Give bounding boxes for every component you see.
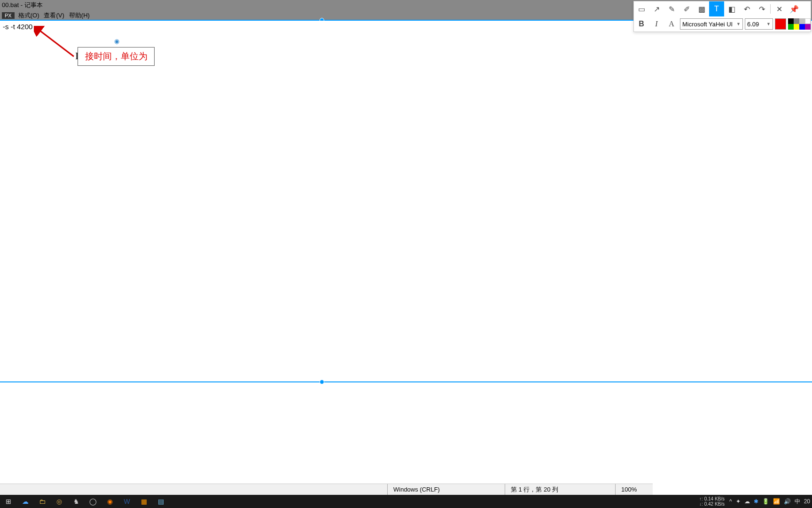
clock[interactable]: 20 xyxy=(802,498,812,505)
selection-bottom-line xyxy=(0,381,812,382)
px-badge: PX xyxy=(2,12,15,19)
file-explorer-icon[interactable]: 🗀 xyxy=(34,495,51,508)
system-tray: ^ ✦ ☁ ✱ 🔋 📶 🔊 中 20 xyxy=(727,498,812,506)
eraser-tool-icon[interactable]: ◧ xyxy=(724,1,739,16)
tray-app1-icon[interactable]: ✦ xyxy=(734,498,742,505)
rectangle-tool-icon[interactable]: ▭ xyxy=(634,1,649,16)
onedrive-icon[interactable]: ☁ xyxy=(17,495,34,508)
wifi-icon[interactable]: 📶 xyxy=(771,498,782,505)
editor-area[interactable]: -s -t 4200 xyxy=(0,21,812,494)
arrow-annotation xyxy=(34,26,81,59)
color-black[interactable] xyxy=(788,18,794,24)
toolbar-row-format: B I A Microsoft YaHei UI ▼ 6.09 ▼ xyxy=(634,16,811,32)
battery-icon[interactable]: 🔋 xyxy=(760,498,771,505)
marker-tool-icon[interactable]: ✐ xyxy=(679,1,694,16)
chevron-down-icon: ▼ xyxy=(766,22,771,26)
close-icon[interactable]: ✕ xyxy=(772,1,787,16)
color-gray[interactable] xyxy=(794,18,799,24)
undo-icon[interactable]: ↶ xyxy=(739,1,754,16)
ime-indicator[interactable]: 中 xyxy=(793,498,802,506)
chrome-icon[interactable]: ◯ xyxy=(85,495,102,508)
tray-chevron-icon[interactable]: ^ xyxy=(727,498,734,505)
screenshot-toolbar: ▭ ↗ ✎ ✐ ▩ T ◧ ↶ ↷ ✕ 📌 B I A Microsoft Ya… xyxy=(633,1,811,32)
status-encoding: Windows (CRLF) xyxy=(387,484,505,495)
selection-handle-bottom[interactable] xyxy=(320,380,324,384)
network-speed: ↑: 0.14 KB/s ↓: 0.42 KB/s xyxy=(696,496,727,507)
menu-format[interactable]: 格式(O) xyxy=(18,11,39,20)
color-silver[interactable] xyxy=(799,18,805,24)
annotation-text: 接时间，单位为 xyxy=(85,50,148,63)
status-position: 第 1 行，第 20 列 xyxy=(505,484,615,495)
svg-line-1 xyxy=(39,30,74,56)
statusbar: Windows (CRLF) 第 1 行，第 20 列 100% xyxy=(0,484,653,495)
color-palette xyxy=(788,18,811,30)
tray-app2-icon[interactable]: ✱ xyxy=(752,498,760,505)
app-icon-1[interactable]: ◎ xyxy=(51,495,68,508)
status-zoom: 100% xyxy=(615,484,653,495)
pen-tool-icon[interactable]: ✎ xyxy=(664,1,679,16)
spiral-icon: ◉ xyxy=(114,38,119,45)
font-select[interactable]: Microsoft YaHei UI ▼ xyxy=(680,18,743,30)
line-tool-icon[interactable]: ↗ xyxy=(649,1,664,16)
word-icon[interactable]: W xyxy=(118,495,135,508)
size-select[interactable]: 6.09 ▼ xyxy=(745,18,773,30)
window-title: 00.bat - 记事本 xyxy=(2,1,43,9)
font-name: Microsoft YaHei UI xyxy=(682,21,733,28)
notepad-icon[interactable]: ▤ xyxy=(152,495,169,508)
text-tool-icon[interactable]: T xyxy=(709,1,724,16)
annotation-textbox[interactable]: 接时间，单位为 xyxy=(78,47,155,66)
color-purple[interactable] xyxy=(805,24,811,30)
toolbar-row-tools: ▭ ↗ ✎ ✐ ▩ T ◧ ↶ ↷ ✕ 📌 xyxy=(634,1,811,16)
color-blue[interactable] xyxy=(799,24,805,30)
italic-button[interactable]: I xyxy=(649,16,664,32)
redo-icon[interactable]: ↷ xyxy=(754,1,769,16)
chevron-down-icon: ▼ xyxy=(736,22,741,26)
firefox-icon[interactable]: ◉ xyxy=(102,495,118,508)
tray-cloud-icon[interactable]: ☁ xyxy=(742,498,752,505)
color-yellow[interactable] xyxy=(794,24,799,30)
color-white[interactable] xyxy=(805,18,811,24)
menu-help[interactable]: 帮助(H) xyxy=(69,11,90,20)
menu-view[interactable]: 查看(V) xyxy=(44,11,64,20)
app-icon-2[interactable]: ♞ xyxy=(68,495,85,508)
pin-icon[interactable]: 📌 xyxy=(787,1,802,16)
mosaic-tool-icon[interactable]: ▩ xyxy=(694,1,709,16)
task-view-icon[interactable]: ⊞ xyxy=(0,495,17,508)
bold-button[interactable]: B xyxy=(634,16,649,32)
volume-icon[interactable]: 🔊 xyxy=(782,498,793,505)
font-format-icon[interactable]: A xyxy=(664,16,679,32)
sublime-icon[interactable]: ▦ xyxy=(135,495,152,508)
font-size: 6.09 xyxy=(747,21,759,28)
color-green[interactable] xyxy=(788,24,794,30)
color-main-swatch[interactable] xyxy=(775,18,786,30)
taskbar: ⊞ ☁ 🗀 ◎ ♞ ◯ ◉ W ▦ ▤ ↑: 0.14 KB/s ↓: 0.42… xyxy=(0,495,812,508)
separator xyxy=(770,4,771,14)
